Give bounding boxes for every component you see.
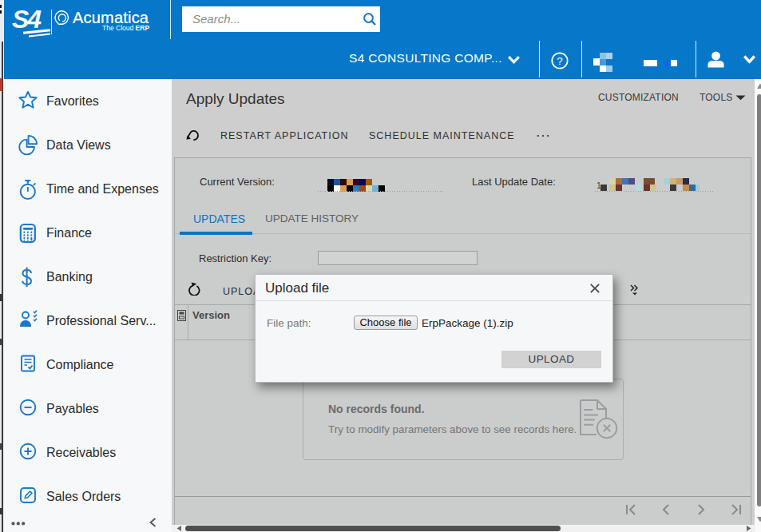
svg-text:?: ? (557, 55, 563, 67)
